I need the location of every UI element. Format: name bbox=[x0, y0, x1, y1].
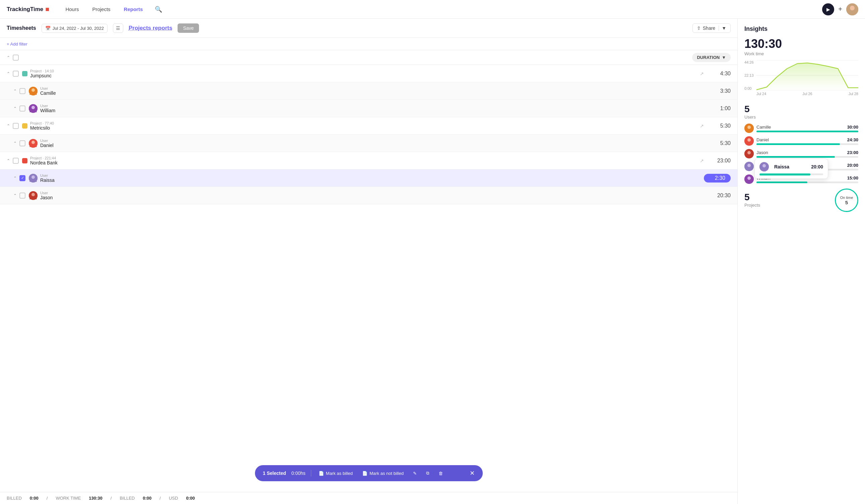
nav-projects[interactable]: Projects bbox=[90, 5, 113, 13]
collapse-icon[interactable]: ⌃ bbox=[13, 141, 17, 146]
logo-text: TrackingTime bbox=[7, 6, 43, 13]
share-button[interactable]: ⇧ Share ▼ bbox=[692, 23, 731, 33]
share-label: Share bbox=[703, 25, 715, 31]
collapse-icon[interactable]: ⌃ bbox=[7, 124, 10, 128]
mark-billed-button[interactable]: 📄 Mark as billed bbox=[316, 469, 355, 477]
user-stat-name: Camille bbox=[757, 125, 844, 130]
duration-sort-button[interactable]: DURATION ▼ bbox=[692, 53, 731, 62]
user-stat-col: Daniel 24:30 bbox=[757, 137, 858, 145]
user-stat-avatar bbox=[745, 149, 754, 159]
nav-right: ▶ + bbox=[822, 3, 858, 15]
user-stat-name: Jason bbox=[757, 150, 844, 155]
user-stat-row: Daniel 24:30 bbox=[745, 136, 858, 146]
row-label: User Raissa bbox=[40, 174, 704, 183]
report-title[interactable]: Projects reports bbox=[129, 25, 172, 32]
external-link-icon[interactable]: ↗ bbox=[700, 71, 704, 77]
collapse-icon[interactable]: ⌃ bbox=[13, 89, 17, 93]
external-link-icon[interactable]: ↗ bbox=[700, 123, 704, 129]
collapse-icon[interactable]: ⌃ bbox=[13, 106, 17, 111]
stat-bar-track bbox=[757, 156, 858, 158]
collapse-icon[interactable]: ⌃ bbox=[7, 159, 10, 163]
nav-hours[interactable]: Hours bbox=[63, 5, 81, 13]
users-section: 5 Users Camille 30:00 bbox=[745, 104, 858, 184]
row-mainlabel: Jumpsunc bbox=[30, 73, 696, 78]
row-sublabel: Project · 77:40 bbox=[30, 121, 696, 125]
worktime-value: 130:30 bbox=[745, 38, 858, 50]
collapse-icon[interactable]: ⌃ bbox=[7, 71, 10, 76]
row-duration: 3:30 bbox=[704, 88, 731, 94]
row-duration: 23:00 bbox=[704, 158, 731, 164]
edit-icon: ✎ bbox=[413, 471, 417, 476]
stat-bar-track bbox=[757, 131, 858, 132]
billed-value2: 0:00 bbox=[143, 496, 151, 501]
logo-icon: ■ bbox=[45, 5, 49, 13]
ontime-count: 5 bbox=[845, 200, 848, 205]
user-avatar-small bbox=[29, 174, 37, 183]
table-row: ⌃ User Daniel 5:30 bbox=[0, 134, 737, 152]
y-label-mid: 22:13 bbox=[745, 73, 754, 77]
billed-value: 0:00 bbox=[30, 496, 38, 501]
copy-button[interactable]: ⧉ bbox=[424, 469, 431, 477]
svg-point-18 bbox=[747, 138, 751, 142]
svg-point-7 bbox=[32, 141, 35, 144]
row-duration: 2:30 bbox=[704, 174, 731, 183]
row-duration: 5:30 bbox=[704, 123, 731, 129]
external-link-icon[interactable]: ↗ bbox=[700, 158, 704, 163]
table-row: ⌃ Project · 221:44 Nordea Bank ↗ 23:00 bbox=[0, 152, 737, 169]
search-button[interactable]: 🔍 bbox=[153, 4, 163, 14]
row-mainlabel: Metricsilo bbox=[30, 125, 696, 131]
row-mainlabel: Daniel bbox=[40, 143, 704, 148]
insights-title: Insights bbox=[745, 25, 858, 33]
row-mainlabel: Nordea Bank bbox=[30, 160, 696, 165]
collapse-icon[interactable]: ⌃ bbox=[13, 193, 17, 198]
date-range-picker[interactable]: 📅 Jul 24, 2022 - Jul 30, 2022 bbox=[42, 24, 107, 33]
edit-button[interactable]: ✎ bbox=[411, 469, 419, 477]
svg-point-5 bbox=[32, 106, 35, 109]
user-avatar-small bbox=[29, 139, 37, 148]
user-stat-time: 24:30 bbox=[847, 137, 858, 142]
add-filter-button[interactable]: + Add filter bbox=[7, 42, 27, 47]
close-action-bar-button[interactable]: ✕ bbox=[470, 469, 475, 477]
row-checkbox[interactable] bbox=[20, 192, 25, 199]
separator: / bbox=[111, 496, 112, 501]
users-count: 5 bbox=[745, 104, 858, 115]
select-all-checkbox[interactable] bbox=[13, 55, 19, 61]
row-duration: 20:30 bbox=[704, 192, 731, 199]
row-checkbox[interactable] bbox=[13, 123, 19, 129]
row-checkbox[interactable] bbox=[20, 105, 25, 112]
stat-bar-fill bbox=[757, 156, 835, 158]
row-label: Project · 221:44 Nordea Bank bbox=[30, 156, 696, 165]
filter-bar: + Add filter bbox=[0, 38, 737, 50]
unbill-icon: 📄 bbox=[362, 471, 368, 476]
save-button[interactable]: Save bbox=[177, 23, 199, 33]
row-label: Project · 14:10 Jumpsunc bbox=[30, 69, 696, 78]
x-label-3: Jul 28 bbox=[849, 92, 858, 96]
menu-icon[interactable]: ☰ bbox=[113, 23, 123, 33]
collapse-icon[interactable]: ⌃ bbox=[13, 176, 17, 180]
row-checkbox[interactable] bbox=[20, 140, 25, 146]
row-sublabel: User bbox=[40, 86, 704, 91]
delete-button[interactable]: 🗑 bbox=[437, 469, 445, 477]
user-stat-row: Jason 23:00 bbox=[745, 149, 858, 159]
row-checkbox[interactable]: ✓ bbox=[20, 175, 25, 181]
row-checkbox[interactable] bbox=[20, 88, 25, 94]
collapse-all-icon[interactable]: ⌃ bbox=[7, 55, 10, 60]
usd-label: USD bbox=[169, 496, 178, 501]
billed-label2: BILLED bbox=[119, 496, 135, 501]
nav-reports[interactable]: Reports bbox=[121, 5, 146, 13]
action-bar-wrapper: 1 Selected 0:00hs 📄 Mark as billed 📄 Mar… bbox=[0, 455, 737, 492]
billed-label: BILLED bbox=[7, 496, 22, 501]
row-sublabel: User bbox=[40, 104, 704, 108]
play-button[interactable]: ▶ bbox=[822, 3, 834, 15]
user-stat-avatar bbox=[745, 175, 754, 184]
user-avatar[interactable] bbox=[846, 3, 858, 15]
add-button[interactable]: + bbox=[838, 5, 842, 13]
mark-not-billed-button[interactable]: 📄 Mark as not billed bbox=[360, 469, 406, 477]
worktime-label: Work time bbox=[745, 51, 858, 56]
table-row: ⌃ ✓ User Raissa 2:30 bbox=[0, 169, 737, 187]
row-checkbox[interactable] bbox=[13, 158, 19, 164]
row-checkbox[interactable] bbox=[13, 71, 19, 77]
user-avatar-small bbox=[29, 104, 37, 113]
table-area: ⌃ Project · 14:10 Jumpsunc ↗ 4:30 ⌃ bbox=[0, 65, 737, 455]
separator: / bbox=[47, 496, 48, 501]
